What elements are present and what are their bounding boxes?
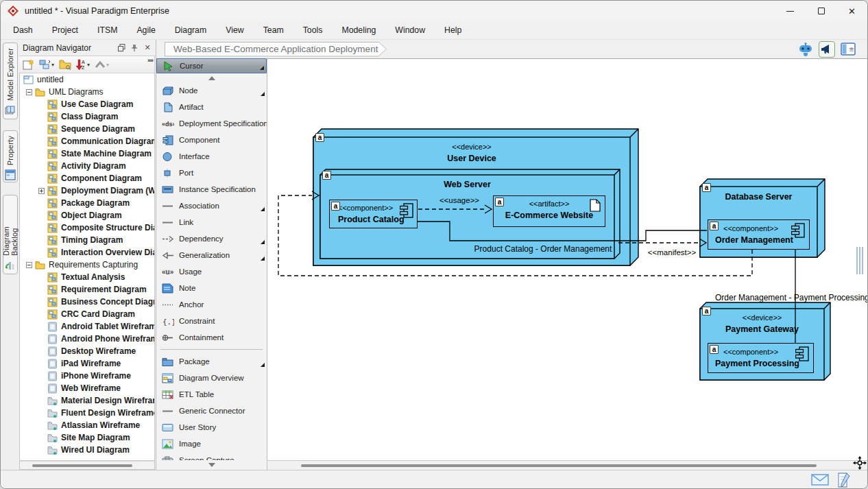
diagram-canvas[interactable]: <<device>> User Device Web Server Databa… [267, 58, 867, 460]
palette-tool-dependency[interactable]: Dependency [156, 230, 267, 247]
close-panel-icon[interactable]: ✕ [143, 44, 152, 52]
pin-panel-icon[interactable] [130, 44, 138, 52]
menu-window[interactable]: Window [385, 21, 435, 39]
tree-hscrollbar[interactable] [19, 461, 155, 470]
assistant-robot-icon[interactable] [797, 41, 814, 58]
tree-item[interactable]: iPhone Wireframe [20, 370, 154, 382]
tree-item[interactable]: untitled [20, 73, 154, 86]
menu-dash[interactable]: Dash [3, 21, 43, 39]
palette-tool-node[interactable]: Node [156, 82, 267, 99]
tree-item[interactable]: Business Concept Diagram [20, 296, 154, 308]
menu-modeling[interactable]: Modeling [332, 21, 385, 39]
close-button[interactable]: ✕ [836, 1, 867, 21]
collapse-button[interactable]: ▾ [93, 60, 110, 69]
dock-tab-model-explorer[interactable]: Model Explorer [3, 43, 18, 119]
tree-item[interactable]: Object Diagram [20, 209, 154, 222]
palette-tool-deployment-specification[interactable]: «ds»Deployment Specification [156, 115, 267, 132]
palette-tool-component[interactable]: Component [156, 132, 267, 148]
menu-diagram[interactable]: Diagram [165, 21, 216, 39]
menu-agile[interactable]: Agile [127, 21, 165, 39]
palette-tool-user-story[interactable]: User Story [156, 419, 267, 436]
pan-diagram-icon[interactable] [853, 456, 867, 470]
tree-item[interactable]: Activity Diagram [20, 160, 154, 172]
tree-item[interactable]: Web Wireframe [20, 382, 154, 394]
tree-item[interactable]: Textual Analysis [20, 271, 154, 283]
palette-tool-port[interactable]: Port [156, 165, 267, 181]
tree-item[interactable]: Material Design Wireframe [20, 394, 154, 407]
palette-tool-package[interactable]: Package [156, 353, 267, 370]
announcement-icon[interactable] [819, 41, 835, 58]
menu-tools[interactable]: Tools [293, 21, 333, 39]
palette-tool-note[interactable]: Note [156, 280, 267, 296]
menu-itsm[interactable]: ITSM [88, 21, 127, 39]
tree-item[interactable]: Requirements Capturing [20, 259, 154, 271]
menu-team[interactable]: Team [254, 21, 293, 39]
palette-scroll-down[interactable] [156, 460, 267, 470]
palette-tool-etl-table[interactable]: ETL Table [156, 386, 267, 403]
palette-tool-constraint[interactable]: {.}Constraint [156, 313, 267, 329]
tree-item[interactable]: Composite Structure Diagram [20, 222, 154, 234]
tree-item[interactable]: CRC Card Diagram [20, 308, 154, 320]
open-folder-button[interactable] [58, 58, 73, 71]
palette-tool-association[interactable]: Association [156, 198, 267, 214]
minimize-button[interactable] [775, 1, 806, 21]
tree-item[interactable]: Desktop Wireframe [20, 345, 154, 357]
palette-tool-generalization[interactable]: Generalization [156, 247, 267, 263]
compose-note-icon[interactable] [837, 473, 851, 488]
tree-item[interactable]: Interaction Overview Diagram [20, 246, 154, 259]
tree-item[interactable]: Use Case Diagram [20, 98, 154, 110]
float-panel-icon[interactable] [117, 44, 125, 52]
menu-view[interactable]: View [216, 21, 253, 39]
palette-scroll-up[interactable] [156, 73, 267, 82]
palette-tool-instance-specification[interactable]: Instance Specification [156, 181, 267, 198]
breadcrumb[interactable]: Web-Based E-Commerce Application Deploym… [165, 42, 387, 57]
collapse-icon[interactable] [26, 89, 32, 95]
tree-hscroll-thumb[interactable] [32, 464, 132, 467]
component-payment-processing[interactable]: <<component>> Payment Processing [708, 343, 814, 373]
palette-tool-link[interactable]: Link [156, 214, 267, 230]
messages-icon[interactable] [811, 474, 829, 486]
collapse-icon[interactable] [26, 262, 32, 268]
toolbar-overflow-icon[interactable]: »» [147, 57, 153, 64]
component-order-management[interactable]: <<component>> Order Management [708, 219, 810, 250]
menu-help[interactable]: Help [435, 21, 471, 39]
tree-item[interactable]: Fluent Design Wireframe [20, 407, 154, 419]
tree-item[interactable]: Sequence Diagram [20, 123, 154, 135]
tree-item[interactable]: Android Phone Wireframe [20, 333, 154, 345]
component-product-catalog[interactable]: <<component>> Product Catalog [329, 200, 418, 228]
expand-icon[interactable] [38, 188, 45, 194]
palette-tool-image[interactable]: Image [156, 436, 267, 452]
palette-tool-containment[interactable]: Containment [156, 329, 267, 346]
palette-tool-generic-connector[interactable]: Generic Connector [156, 403, 267, 419]
palette-tool-anchor[interactable]: Anchor [156, 296, 267, 313]
canvas-hscrollbar[interactable] [267, 460, 867, 470]
tree-item[interactable]: State Machine Diagram [20, 147, 154, 160]
tree-item[interactable]: Atlassian Wireframe [20, 419, 154, 431]
tree-item[interactable]: Wired UI Diagram [20, 444, 154, 456]
menu-project[interactable]: Project [43, 21, 88, 39]
tree-item[interactable]: Android Tablet Wireframe [20, 320, 154, 333]
palette-tool-interface[interactable]: Interface [156, 148, 267, 165]
model-structure-button[interactable]: ▾ [38, 58, 56, 71]
artifact-ecommerce-website[interactable]: <<artifact>> E-Commerce Website [493, 195, 605, 227]
palette-tool-artifact[interactable]: Artifact [156, 99, 267, 115]
tree-item[interactable]: Site Map Diagram [20, 431, 154, 444]
new-diagram-button[interactable] [21, 58, 36, 71]
tree-item[interactable]: UML Diagrams [20, 86, 154, 98]
tree-item[interactable]: iPad Wireframe [20, 357, 154, 370]
panel-layout-icon[interactable] [840, 41, 856, 58]
tree-item[interactable]: Component Diagram [20, 172, 154, 184]
palette-tool-cursor[interactable]: Cursor [156, 58, 267, 73]
panel-grip[interactable] [856, 247, 863, 274]
tree-item[interactable]: Deployment Diagram (Web-Based E-Commerce… [20, 184, 154, 197]
dock-tab-diagram-backlog[interactable]: Diagram Backlog [3, 195, 18, 274]
maximize-button[interactable] [806, 1, 836, 21]
tree-item[interactable]: Package Diagram [20, 197, 154, 209]
palette-tool-usage[interactable]: «u»Usage [156, 263, 267, 280]
dock-tab-property[interactable]: Property [3, 130, 18, 182]
tree-item[interactable]: Communication Diagram [20, 135, 154, 147]
palette-tool-diagram-overview[interactable]: Diagram Overview [156, 370, 267, 386]
canvas-hscroll-thumb[interactable] [301, 464, 817, 467]
tree-item[interactable]: Class Diagram [20, 110, 154, 123]
tree-item[interactable]: Requirement Diagram [20, 283, 154, 296]
